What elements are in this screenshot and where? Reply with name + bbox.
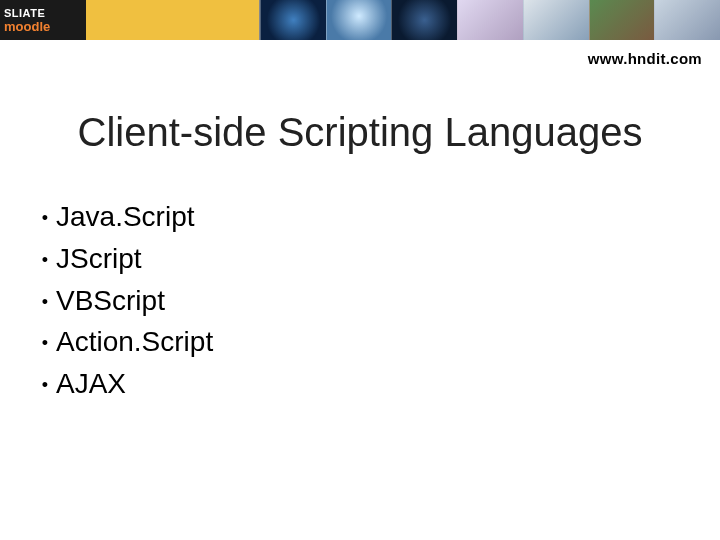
banner-thumb <box>523 0 589 40</box>
bullet-text: VBScript <box>56 283 165 319</box>
bullet-text: Action.Script <box>56 324 213 360</box>
bullet-list: • Java.Script • JScript • VBScript • Act… <box>34 199 720 402</box>
list-item: • Action.Script <box>34 324 720 360</box>
site-url: www.hndit.com <box>588 50 702 67</box>
list-item: • Java.Script <box>34 199 720 235</box>
bullet-text: AJAX <box>56 366 126 402</box>
slide-title: Client-side Scripting Languages <box>0 110 720 155</box>
header-banner: SLIATE moodle <box>0 0 720 40</box>
bullet-text: Java.Script <box>56 199 195 235</box>
list-item: • AJAX <box>34 366 720 402</box>
banner-thumb <box>260 0 326 40</box>
list-item: • JScript <box>34 241 720 277</box>
bullet-icon: • <box>34 209 56 227</box>
banner-thumb <box>457 0 523 40</box>
bullet-icon: • <box>34 293 56 311</box>
banner-image-collage <box>260 0 720 40</box>
banner-thumb <box>326 0 392 40</box>
logo-text-top: SLIATE <box>4 7 84 19</box>
bullet-icon: • <box>34 376 56 394</box>
site-logo: SLIATE moodle <box>4 2 84 38</box>
banner-thumb <box>654 0 720 40</box>
logo-text-bottom: moodle <box>4 19 84 34</box>
bullet-icon: • <box>34 251 56 269</box>
list-item: • VBScript <box>34 283 720 319</box>
banner-thumb <box>589 0 655 40</box>
bullet-icon: • <box>34 334 56 352</box>
banner-thumb <box>391 0 457 40</box>
bullet-text: JScript <box>56 241 142 277</box>
